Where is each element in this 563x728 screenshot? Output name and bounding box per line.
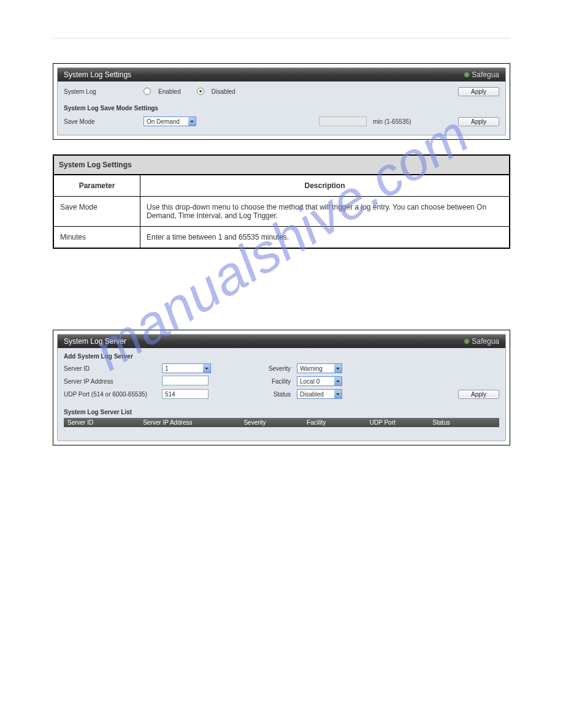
col-udp: UDP Port: [370, 419, 433, 426]
severity-value: Warning: [300, 365, 323, 372]
server-ip-input[interactable]: [162, 376, 209, 385]
panel-header-settings: System Log Settings Safegua: [58, 68, 505, 82]
top-rule: [53, 38, 510, 39]
safeguard-icon: [464, 339, 469, 344]
col-parameter: Parameter: [53, 175, 140, 197]
figure-system-log-settings: System Log Settings Safegua System Log E…: [53, 63, 510, 140]
chevron-down-icon: [203, 364, 210, 373]
minutes-input[interactable]: [319, 116, 367, 126]
server-list-header: Server ID Server IP Address Severity Fac…: [64, 418, 499, 427]
col-server-id: Server ID: [67, 419, 143, 426]
settings-description-table: System Log Settings Parameter Descriptio…: [53, 154, 510, 249]
minutes-hint: min (1-65535): [373, 118, 411, 125]
chevron-down-icon: [334, 364, 342, 373]
chevron-down-icon: [188, 117, 196, 126]
chevron-down-icon: [334, 377, 342, 385]
panel-title-server: System Log Server: [64, 337, 126, 346]
col-status: Status: [432, 419, 496, 426]
figure-system-log-server: System Log Server Safegua Add System Log…: [53, 330, 510, 446]
status-value: Disabled: [300, 391, 324, 398]
status-select[interactable]: Disabled: [297, 389, 342, 399]
save-mode-label: Save Mode: [64, 118, 137, 125]
param-minutes: Minutes: [53, 227, 140, 249]
param-save-mode: Save Mode: [53, 197, 140, 227]
server-list-empty: [64, 427, 499, 433]
panel-header-server: System Log Server Safegua: [58, 335, 505, 348]
desc-minutes: Enter a time between 1 and 65535 minutes…: [140, 227, 510, 249]
chevron-down-icon: [334, 390, 342, 398]
col-description: Description: [140, 175, 510, 197]
facility-value: Local 0: [300, 378, 320, 385]
facility-label: Facility: [229, 378, 297, 385]
server-list-title: System Log Server List: [64, 409, 499, 415]
radio-disabled-label: Disabled: [212, 88, 236, 95]
udp-port-input[interactable]: 514: [162, 389, 209, 399]
apply-button-2[interactable]: Apply: [458, 117, 499, 126]
severity-select[interactable]: Warning: [297, 363, 342, 373]
save-mode-section-title: System Log Save Mode Settings: [64, 105, 499, 112]
server-id-value: 1: [165, 365, 169, 372]
radio-enabled-label: Enabled: [158, 88, 181, 95]
server-id-select[interactable]: 1: [162, 363, 211, 373]
udp-port-label: UDP Port (514 or 6000-65535): [64, 391, 162, 398]
severity-label: Severity: [229, 365, 297, 372]
desc-save-mode: Use this drop-down menu to choose the me…: [140, 197, 510, 227]
radio-disabled[interactable]: [197, 88, 204, 95]
add-server-title: Add System Log Server: [64, 353, 499, 360]
safeguard-label: Safegua: [472, 70, 499, 79]
table-title: System Log Settings: [53, 155, 510, 175]
save-mode-value: On Demand: [147, 118, 180, 125]
server-ip-label: Server IP Address: [64, 378, 162, 385]
panel-title-settings: System Log Settings: [64, 70, 131, 79]
table-row: Save Mode Use this drop-down menu to cho…: [53, 197, 510, 227]
system-log-label: System Log: [64, 88, 137, 95]
safeguard-label-2: Safegua: [472, 337, 499, 346]
col-severity: Severity: [243, 419, 307, 426]
col-facility: Facility: [307, 419, 370, 426]
radio-enabled[interactable]: [144, 88, 151, 95]
udp-port-value: 514: [165, 391, 175, 398]
apply-button-1[interactable]: Apply: [458, 87, 499, 96]
server-id-label: Server ID: [64, 365, 162, 372]
apply-button-3[interactable]: Apply: [458, 390, 499, 399]
status-label: Status: [229, 391, 297, 398]
save-mode-select[interactable]: On Demand: [144, 116, 196, 126]
safeguard-icon: [464, 72, 469, 77]
table-row: Minutes Enter a time between 1 and 65535…: [53, 227, 510, 249]
facility-select[interactable]: Local 0: [297, 376, 342, 386]
col-server-ip: Server IP Address: [143, 419, 243, 426]
